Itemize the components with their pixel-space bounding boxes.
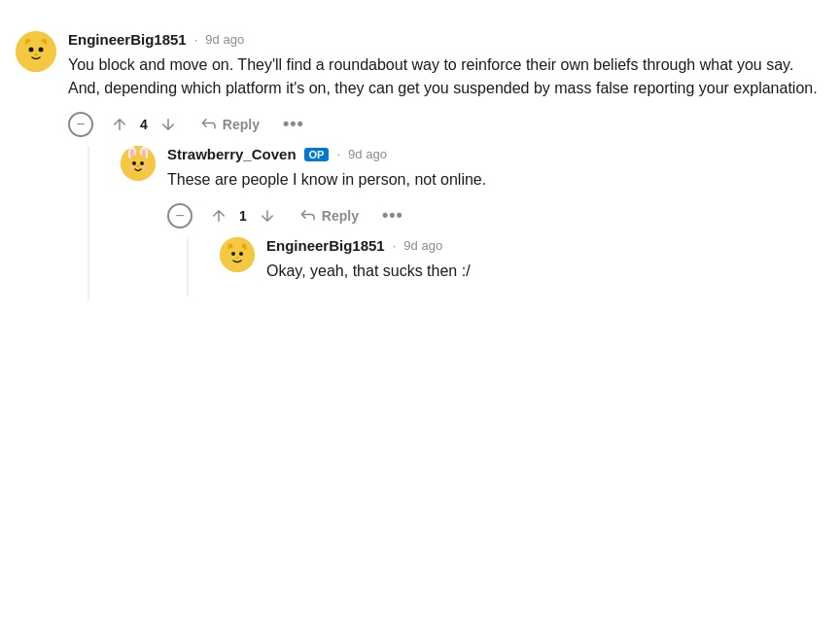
nested-content: Strawberry_Coven OP · 9d ago These are p… [109, 146, 824, 300]
comment-body: EngineerBig1851 · 9d ago Okay, yeah, tha… [266, 237, 824, 293]
svg-point-15 [132, 161, 136, 165]
nested-content: EngineerBig1851 · 9d ago Okay, yeah, tha… [208, 237, 824, 297]
reply-icon [200, 116, 218, 133]
dot-separator: · [393, 238, 397, 253]
timestamp: 9d ago [403, 238, 442, 253]
dot-separator: · [194, 32, 198, 47]
svg-point-28 [236, 257, 239, 259]
timestamp: 9d ago [348, 147, 387, 161]
comment-header: Strawberry_Coven OP · 9d ago [167, 146, 824, 162]
collapse-icon: − [76, 117, 85, 132]
deep-nested-replies: EngineerBig1851 · 9d ago Okay, yeah, tha… [167, 237, 824, 297]
comment-header: EngineerBig1851 · 9d ago [266, 237, 824, 254]
svg-point-5 [23, 40, 49, 65]
reply-button[interactable]: Reply [294, 203, 365, 228]
nested-replies: Strawberry_Coven OP · 9d ago These are p… [68, 146, 824, 300]
avatar-strawberry-svg [121, 146, 156, 181]
comment-actions: − 4 [68, 110, 824, 138]
comment-header: EngineerBig1851 · 9d ago [68, 31, 824, 48]
thread-line [187, 237, 189, 297]
more-button[interactable]: ••• [277, 110, 310, 138]
avatar-engineer2-svg [220, 237, 255, 272]
collapse-button[interactable]: − [68, 112, 93, 137]
nested-comment-item: Strawberry_Coven OP · 9d ago These are p… [121, 146, 824, 297]
op-badge: OP [304, 148, 330, 161]
comment-body: Strawberry_Coven OP · 9d ago These are p… [167, 146, 824, 297]
svg-point-8 [34, 53, 38, 56]
upvote-icon [111, 116, 128, 133]
svg-point-17 [129, 165, 134, 170]
comment-text: These are people I know in person, not o… [167, 168, 824, 192]
username: EngineerBig1851 [68, 31, 187, 48]
vote-group: 1 [204, 203, 282, 228]
avatar [220, 237, 255, 272]
svg-point-16 [140, 161, 144, 165]
downvote-icon [259, 207, 276, 225]
thread-line [88, 146, 89, 300]
downvote-icon [159, 116, 177, 133]
svg-point-18 [143, 165, 148, 170]
comment-actions: − 1 [167, 201, 824, 229]
downvote-button[interactable] [253, 203, 282, 228]
comment-text: Okay, yeah, that sucks then :/ [266, 260, 824, 283]
avatar [16, 31, 56, 72]
more-button[interactable]: ••• [376, 201, 409, 229]
timestamp: 9d ago [205, 32, 244, 47]
vote-count: 1 [239, 208, 247, 224]
vote-group: 4 [105, 112, 183, 137]
svg-point-19 [137, 165, 140, 167]
svg-point-26 [231, 252, 235, 256]
more-icon: ••• [382, 205, 403, 225]
thread-line-container [167, 237, 208, 297]
more-icon: ••• [283, 114, 304, 133]
reply-button[interactable]: Reply [194, 112, 265, 137]
svg-point-27 [239, 252, 243, 256]
username: Strawberry_Coven [167, 146, 297, 162]
upvote-icon [210, 207, 228, 225]
thread-line-container [68, 146, 109, 300]
upvote-button[interactable] [105, 112, 134, 137]
collapse-icon: − [175, 208, 184, 224]
comment-item: EngineerBig1851 · 9d ago You block and m… [16, 31, 824, 300]
comment-body: EngineerBig1851 · 9d ago You block and m… [68, 31, 824, 300]
upvote-button[interactable] [204, 203, 233, 228]
reply-icon [299, 207, 317, 225]
comment-thread: EngineerBig1851 · 9d ago You block and m… [16, 19, 824, 316]
avatar-svg [16, 31, 56, 72]
comment-text: You block and move on. They'll find a ro… [68, 53, 824, 100]
downvote-button[interactable] [154, 112, 183, 137]
svg-point-6 [29, 48, 34, 53]
svg-point-7 [39, 48, 44, 53]
nested-comment-item: EngineerBig1851 · 9d ago Okay, yeah, tha… [220, 237, 824, 293]
username: EngineerBig1851 [266, 237, 385, 254]
collapse-button[interactable]: − [167, 203, 192, 228]
avatar [121, 146, 156, 181]
vote-count: 4 [140, 117, 148, 132]
reply-label: Reply [223, 117, 260, 132]
dot-separator: · [336, 147, 340, 161]
reply-label: Reply [322, 208, 359, 224]
